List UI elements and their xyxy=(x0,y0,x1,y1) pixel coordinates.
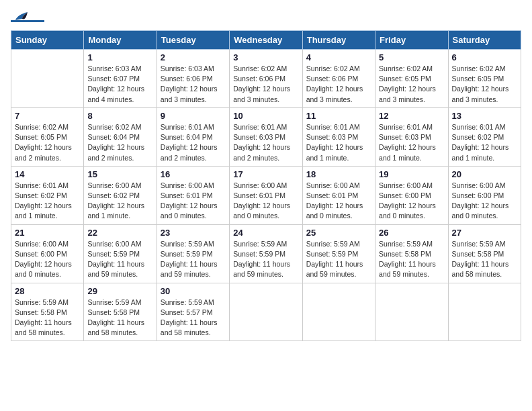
day-number: 10 xyxy=(233,111,298,121)
calendar-cell: 20Sunrise: 6:00 AMSunset: 6:00 PMDayligh… xyxy=(448,166,521,224)
logo xyxy=(11,11,44,22)
calendar-cell: 3Sunrise: 6:02 AMSunset: 6:06 PMDaylight… xyxy=(230,50,302,108)
col-header-wednesday: Wednesday xyxy=(230,31,302,50)
day-number: 19 xyxy=(379,169,444,179)
day-info: Sunrise: 6:01 AMSunset: 6:02 PMDaylight:… xyxy=(452,122,517,163)
day-info: Sunrise: 5:59 AMSunset: 5:58 PMDaylight:… xyxy=(87,298,152,338)
calendar-cell: 9Sunrise: 6:01 AMSunset: 6:04 PMDaylight… xyxy=(157,107,229,166)
day-number: 20 xyxy=(452,169,517,179)
week-row-1: 1Sunrise: 6:03 AMSunset: 6:07 PMDaylight… xyxy=(11,50,521,108)
day-info: Sunrise: 6:00 AMSunset: 6:01 PMDaylight:… xyxy=(306,181,371,222)
calendar-cell: 5Sunrise: 6:02 AMSunset: 6:05 PMDaylight… xyxy=(375,50,448,108)
day-info: Sunrise: 6:00 AMSunset: 6:00 PMDaylight:… xyxy=(15,239,80,280)
day-info: Sunrise: 6:02 AMSunset: 6:06 PMDaylight:… xyxy=(306,64,371,105)
day-info: Sunrise: 6:02 AMSunset: 6:05 PMDaylight:… xyxy=(15,122,80,163)
day-number: 30 xyxy=(161,286,226,296)
calendar-cell: 11Sunrise: 6:01 AMSunset: 6:03 PMDayligh… xyxy=(302,107,375,166)
calendar-cell xyxy=(375,283,448,341)
col-header-tuesday: Tuesday xyxy=(157,31,229,50)
day-number: 24 xyxy=(233,228,298,238)
day-number: 17 xyxy=(233,169,298,179)
col-header-sunday: Sunday xyxy=(11,31,84,50)
day-info: Sunrise: 6:02 AMSunset: 6:05 PMDaylight:… xyxy=(452,64,517,105)
calendar-cell: 12Sunrise: 6:01 AMSunset: 6:03 PMDayligh… xyxy=(375,107,448,166)
day-number: 22 xyxy=(87,228,152,238)
logo-underline xyxy=(11,20,44,22)
calendar-cell: 18Sunrise: 6:00 AMSunset: 6:01 PMDayligh… xyxy=(302,166,375,224)
calendar-cell: 10Sunrise: 6:01 AMSunset: 6:03 PMDayligh… xyxy=(230,107,302,166)
day-info: Sunrise: 6:00 AMSunset: 6:02 PMDaylight:… xyxy=(87,181,152,222)
day-number: 14 xyxy=(15,169,80,179)
day-number: 18 xyxy=(306,169,371,179)
day-number: 3 xyxy=(233,52,298,62)
day-number: 12 xyxy=(379,111,444,121)
calendar-cell xyxy=(11,50,84,108)
calendar-cell: 25Sunrise: 5:59 AMSunset: 5:59 PMDayligh… xyxy=(302,224,375,283)
week-row-5: 28Sunrise: 5:59 AMSunset: 5:58 PMDayligh… xyxy=(11,283,521,341)
day-number: 15 xyxy=(87,169,152,179)
day-number: 6 xyxy=(452,52,517,62)
calendar-cell: 4Sunrise: 6:02 AMSunset: 6:06 PMDaylight… xyxy=(302,50,375,108)
calendar-cell: 7Sunrise: 6:02 AMSunset: 6:05 PMDaylight… xyxy=(11,107,84,166)
day-number: 16 xyxy=(161,169,226,179)
day-number: 11 xyxy=(306,111,371,121)
week-row-2: 7Sunrise: 6:02 AMSunset: 6:05 PMDaylight… xyxy=(11,107,521,166)
col-header-friday: Friday xyxy=(375,31,448,50)
calendar-cell: 15Sunrise: 6:00 AMSunset: 6:02 PMDayligh… xyxy=(84,166,157,224)
day-info: Sunrise: 6:00 AMSunset: 6:00 PMDaylight:… xyxy=(379,181,444,222)
calendar-cell: 30Sunrise: 5:59 AMSunset: 5:57 PMDayligh… xyxy=(157,283,229,341)
col-header-saturday: Saturday xyxy=(448,31,521,50)
calendar-cell: 1Sunrise: 6:03 AMSunset: 6:07 PMDaylight… xyxy=(84,50,157,108)
calendar-cell: 27Sunrise: 5:59 AMSunset: 5:58 PMDayligh… xyxy=(448,224,521,283)
day-info: Sunrise: 6:00 AMSunset: 6:00 PMDaylight:… xyxy=(452,181,517,222)
calendar-table: SundayMondayTuesdayWednesdayThursdayFrid… xyxy=(11,30,521,341)
day-info: Sunrise: 5:59 AMSunset: 5:58 PMDaylight:… xyxy=(379,239,444,280)
day-number: 8 xyxy=(87,111,152,121)
day-number: 26 xyxy=(379,228,444,238)
calendar-cell: 17Sunrise: 6:00 AMSunset: 6:01 PMDayligh… xyxy=(230,166,302,224)
week-row-4: 21Sunrise: 6:00 AMSunset: 6:00 PMDayligh… xyxy=(11,224,521,283)
calendar-cell xyxy=(302,283,375,341)
calendar-cell: 22Sunrise: 6:00 AMSunset: 5:59 PMDayligh… xyxy=(84,224,157,283)
day-number: 29 xyxy=(87,286,152,296)
calendar-cell xyxy=(448,283,521,341)
day-info: Sunrise: 6:01 AMSunset: 6:03 PMDaylight:… xyxy=(233,122,298,163)
day-info: Sunrise: 6:01 AMSunset: 6:03 PMDaylight:… xyxy=(379,122,444,163)
calendar-cell: 21Sunrise: 6:00 AMSunset: 6:00 PMDayligh… xyxy=(11,224,84,283)
calendar-cell: 6Sunrise: 6:02 AMSunset: 6:05 PMDaylight… xyxy=(448,50,521,108)
day-number: 28 xyxy=(15,286,80,296)
day-number: 2 xyxy=(161,52,226,62)
calendar-cell: 19Sunrise: 6:00 AMSunset: 6:00 PMDayligh… xyxy=(375,166,448,224)
day-info: Sunrise: 5:59 AMSunset: 5:59 PMDaylight:… xyxy=(306,239,371,280)
calendar-cell: 28Sunrise: 5:59 AMSunset: 5:58 PMDayligh… xyxy=(11,283,84,341)
day-info: Sunrise: 6:01 AMSunset: 6:02 PMDaylight:… xyxy=(15,181,80,222)
col-header-monday: Monday xyxy=(84,31,157,50)
day-number: 13 xyxy=(452,111,517,121)
day-number: 4 xyxy=(306,52,371,62)
day-number: 5 xyxy=(379,52,444,62)
calendar-cell: 16Sunrise: 6:00 AMSunset: 6:01 PMDayligh… xyxy=(157,166,229,224)
calendar-cell: 26Sunrise: 5:59 AMSunset: 5:58 PMDayligh… xyxy=(375,224,448,283)
calendar-cell: 24Sunrise: 5:59 AMSunset: 5:59 PMDayligh… xyxy=(230,224,302,283)
day-number: 25 xyxy=(306,228,371,238)
calendar-cell: 8Sunrise: 6:02 AMSunset: 6:04 PMDaylight… xyxy=(84,107,157,166)
day-info: Sunrise: 6:03 AMSunset: 6:07 PMDaylight:… xyxy=(87,64,152,105)
col-header-thursday: Thursday xyxy=(302,31,375,50)
calendar-cell: 29Sunrise: 5:59 AMSunset: 5:58 PMDayligh… xyxy=(84,283,157,341)
day-number: 23 xyxy=(161,228,226,238)
day-info: Sunrise: 6:02 AMSunset: 6:05 PMDaylight:… xyxy=(379,64,444,105)
page-header xyxy=(11,11,521,22)
day-info: Sunrise: 6:00 AMSunset: 6:01 PMDaylight:… xyxy=(161,181,226,222)
day-info: Sunrise: 5:59 AMSunset: 5:59 PMDaylight:… xyxy=(233,239,298,280)
day-number: 7 xyxy=(15,111,80,121)
calendar-cell: 2Sunrise: 6:03 AMSunset: 6:06 PMDaylight… xyxy=(157,50,229,108)
week-row-3: 14Sunrise: 6:01 AMSunset: 6:02 PMDayligh… xyxy=(11,166,521,224)
day-info: Sunrise: 6:00 AMSunset: 5:59 PMDaylight:… xyxy=(87,239,152,280)
calendar-header-row: SundayMondayTuesdayWednesdayThursdayFrid… xyxy=(11,31,521,50)
day-info: Sunrise: 6:01 AMSunset: 6:04 PMDaylight:… xyxy=(161,122,226,163)
day-number: 9 xyxy=(161,111,226,121)
day-info: Sunrise: 5:59 AMSunset: 5:58 PMDaylight:… xyxy=(452,239,517,280)
day-info: Sunrise: 5:59 AMSunset: 5:58 PMDaylight:… xyxy=(15,298,80,338)
day-info: Sunrise: 5:59 AMSunset: 5:57 PMDaylight:… xyxy=(161,298,226,338)
day-number: 27 xyxy=(452,228,517,238)
